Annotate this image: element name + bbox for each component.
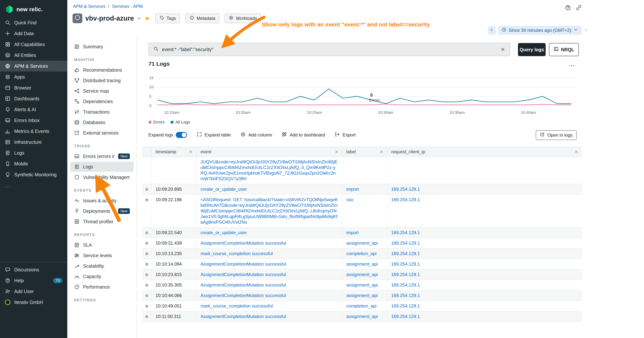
time-range-button[interactable]: Since 30 minutes ago (GMT+2) [498, 26, 582, 35]
remove-column-icon-label[interactable] [380, 150, 383, 154]
sidebar-item-apm-services[interactable]: APM & Services [0, 61, 67, 72]
add-column-button[interactable]: Add column [240, 132, 272, 138]
entity-nav-item-performance[interactable]: Performance [70, 282, 134, 292]
expand-table-button[interactable]: Expand table [197, 132, 231, 138]
table-row[interactable]: 10:09:22.196<ASGIRequest: GET '/sso/call… [142, 195, 582, 228]
row-selector[interactable] [146, 273, 148, 276]
nrql-button[interactable]: NRQL [549, 43, 579, 56]
remove-column-icon-timestamp[interactable] [189, 150, 192, 154]
sidebar-item-metrics-events[interactable]: Metrics & Events [0, 126, 67, 137]
row-event-link[interactable]: mark_course_completion successful [200, 251, 273, 256]
row-label-link[interactable]: import [346, 230, 359, 235]
row-selector[interactable] [146, 263, 148, 266]
row-ip-link[interactable]: 169.254.129.1 [391, 261, 420, 266]
legend-item-all-logs[interactable]: All Logs [170, 120, 190, 125]
row-ip-link[interactable]: 169.254.129.1 [391, 187, 420, 192]
entity-nav-item-service-levels[interactable]: Service levels [70, 250, 134, 260]
entity-nav-item-logs[interactable]: Logs [70, 162, 134, 172]
sidebar-item-mobile[interactable]: Mobile [0, 158, 67, 169]
legend-item-errors[interactable]: Errors [148, 120, 164, 125]
row-selector[interactable] [146, 252, 148, 255]
row-label-link[interactable]: assignment_api [346, 293, 378, 298]
table-row[interactable]: JUQVU&code=eyJraWQiOiJjcGItY29yZV8wOTl1M… [142, 157, 582, 184]
entity-nav-item-dependencies[interactable]: Dependencies [70, 96, 134, 107]
row-event-link[interactable]: AssignmentCompletionMutation successful [200, 314, 286, 319]
open-in-logs-button[interactable]: Open in logs [536, 130, 577, 140]
breadcrumb-link-apm-services[interactable]: APM & Services [73, 4, 105, 9]
row-ip-link[interactable]: 169.254.129.1 [391, 251, 420, 256]
permalink-icon[interactable] [576, 5, 582, 12]
sidebar-item-logs[interactable]: Logs [0, 147, 67, 158]
row-label-link[interactable]: assignment_api [346, 240, 378, 245]
row-event-link[interactable]: JUQVU&code=eyJraWQiOiJjcGItY29yZV8wOTl1M… [200, 159, 338, 181]
row-label-link[interactable]: completion_api [346, 303, 376, 308]
query-logs-button[interactable]: Query logs [518, 43, 546, 56]
sidebar-item-add-data[interactable]: Add Data [0, 28, 67, 39]
entity-nav-item-capacity[interactable]: Capacity [70, 271, 134, 281]
entity-nav-item-recommendations[interactable]: Recommendations [70, 65, 134, 75]
table-row[interactable]: 10:09:22.540create_or_update_userimport1… [142, 228, 582, 238]
log-query-input[interactable] [162, 47, 497, 52]
row-selector[interactable] [146, 199, 148, 201]
logs-timeline-chart[interactable]: 05101510:15am10:20am10:25am10:30am10:35a… [148, 74, 578, 116]
row-ip-link[interactable]: 169.254.129.1 [391, 303, 420, 308]
row-event-link[interactable]: AssignmentCompletionMutation successful [200, 272, 286, 277]
table-row[interactable]: 10:10:13.235mark_course_completion succe… [142, 248, 582, 259]
sidebar-item-browser[interactable]: Browser [0, 82, 67, 93]
row-event-link[interactable]: AssignmentCompletionMutation successful [200, 282, 286, 287]
entity-nav-item-summary[interactable]: Summary [70, 42, 134, 52]
row-label-link[interactable]: sso [346, 197, 353, 202]
row-event-link[interactable]: mark_course_completion successful [200, 303, 273, 308]
time-back-button[interactable] [488, 26, 496, 35]
entity-nav-item-databases[interactable]: Databases [70, 117, 134, 127]
table-row[interactable]: 10:10:23.815AssignmentCompletionMutation… [142, 269, 582, 280]
entity-nav-item-distributed-tracing[interactable]: Distributed tracing [70, 75, 134, 86]
entity-nav-item-thread-profiler[interactable]: Thread profiler [70, 217, 134, 227]
time-forward-button[interactable] [584, 27, 588, 34]
row-event-link[interactable]: AssignmentCompletionMutation successful [200, 293, 286, 298]
favorite-star-icon[interactable]: ★ [144, 15, 150, 22]
row-label-link[interactable]: completion_api [346, 251, 376, 256]
metadata-button[interactable]: Metadata [185, 14, 219, 23]
row-label-link[interactable]: assignment_api [346, 261, 378, 266]
entity-nav-item-scalability[interactable]: Scalability [70, 261, 134, 271]
row-ip-link[interactable]: 169.254.129.1 [391, 272, 420, 277]
row-event-link[interactable]: create_or_update_user [200, 230, 247, 235]
row-selector[interactable] [146, 284, 148, 286]
row-ip-link[interactable]: 169.254.129.1 [391, 240, 420, 245]
help-circle-icon[interactable] [565, 5, 571, 12]
entity-nav-item-sla[interactable]: SLA [70, 240, 134, 250]
row-ip-link[interactable]: 169.254.129.1 [391, 230, 420, 235]
new-relic-logo[interactable]: new relic. [0, 0, 67, 17]
row-ip-link[interactable]: 169.254.129.1 [391, 314, 420, 319]
row-event-link[interactable]: create_or_update_user [200, 187, 247, 192]
export-button[interactable]: Export [335, 132, 356, 138]
sidebar-item-synthetic-monitoring[interactable]: Synthetic Monitoring [0, 169, 67, 180]
sidebar-item-quick-find[interactable]: Quick Find [0, 17, 67, 28]
row-selector[interactable] [146, 315, 148, 318]
sidebar-item-all-entities[interactable]: All Entities [0, 50, 67, 61]
table-row[interactable]: 10:10:14.094AssignmentCompletionMutation… [142, 259, 582, 269]
workloads-button[interactable]: Workloads [224, 14, 261, 23]
row-selector[interactable] [146, 231, 148, 234]
row-label-link[interactable]: assignment_api [346, 272, 378, 277]
entity-nav-item-deployments[interactable]: DeploymentsNew [70, 206, 134, 216]
sidebar-item-dashboards[interactable]: Dashboards [0, 93, 67, 104]
row-label-link[interactable]: import [346, 187, 359, 192]
sidebar-item-alerts-ai[interactable]: Alerts & AI [0, 104, 67, 115]
sidebar-item-discussions[interactable]: Discussions [0, 264, 67, 275]
row-selector[interactable] [146, 305, 148, 307]
entity-switcher-chevron-icon[interactable] [137, 16, 141, 21]
table-row[interactable]: 10:09:20.895create_or_update_userimport1… [142, 184, 582, 195]
remove-column-icon-request-client-ip[interactable] [574, 150, 578, 154]
row-ip-link[interactable]: 169.254.129.1 [391, 197, 420, 202]
table-row[interactable]: 10:09:31.439AssignmentCompletionMutation… [142, 238, 582, 248]
sidebar-item-help[interactable]: Help70 [0, 275, 67, 286]
more-options-button[interactable]: ... [569, 61, 575, 68]
sidebar-item-all-capabilities[interactable]: All Capabilities [0, 39, 67, 50]
row-selector[interactable] [146, 242, 148, 245]
row-event-link[interactable]: <ASGIRequest: GET '/sso/callback/?state=… [200, 197, 338, 225]
row-ip-link[interactable]: 169.254.129.1 [391, 293, 420, 298]
sidebar-item-more[interactable]: ... [0, 180, 67, 191]
sidebar-item-errors-inbox[interactable]: Errors Inbox [0, 115, 67, 126]
